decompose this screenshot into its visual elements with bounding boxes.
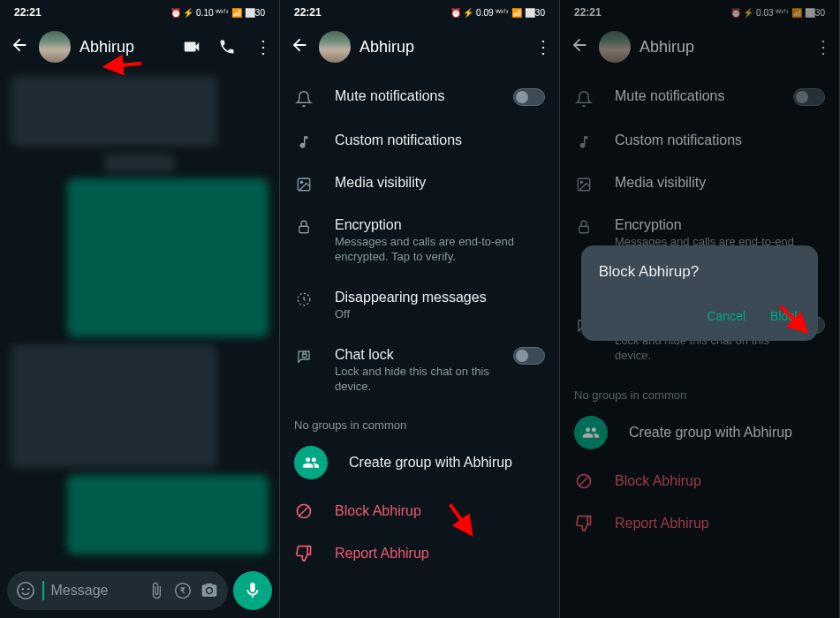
contact-info-screen: 22:21 ⏰ ⚡ 0.09 ᵂᶦᶠᶦ 📶 ⬜30 Abhirup ⋮ Mute… (280, 0, 560, 618)
more-menu-icon[interactable]: ⋮ (253, 37, 272, 57)
rupee-icon[interactable]: ₹ (173, 581, 193, 600)
setting-subtitle: Lock and hide this chat on this device. (335, 365, 492, 395)
message-incoming (11, 76, 217, 147)
mic-button[interactable] (233, 571, 272, 610)
status-indicators: ⏰ ⚡ 0.09 ᵂᶦᶠᶦ 📶 ⬜30 (450, 8, 545, 18)
setting-title: Chat lock (335, 347, 492, 363)
status-indicators: ⏰ ⚡ 0.10 ᵂᶦᶠᶦ 📶 ⬜30 (170, 8, 265, 18)
custom-notifications-row[interactable]: Custom notifications (280, 120, 559, 162)
setting-title: Disappearing messages (335, 290, 545, 305)
action-label: Report Abhirup (335, 546, 429, 561)
svg-rect-9 (299, 226, 309, 233)
svg-point-2 (27, 588, 29, 590)
message-incoming (11, 344, 217, 468)
more-menu-icon[interactable]: ⋮ (533, 37, 552, 57)
setting-title: Media visibility (335, 175, 545, 191)
svg-point-0 (18, 583, 34, 599)
date-separator (104, 154, 175, 173)
setting-subtitle: Messages and calls are end-to-end encryp… (335, 235, 545, 265)
block-confirm-dialog: Block Abhirup? Cancel Block (581, 245, 819, 341)
video-call-icon[interactable] (182, 37, 201, 57)
mute-notifications-row[interactable]: Mute notifications (280, 76, 559, 120)
music-note-icon (294, 134, 314, 150)
contact-name[interactable]: Abhirup (359, 38, 524, 57)
status-bar: 22:21 ⏰ ⚡ 0.10 ᵂᶦᶠᶦ 📶 ⬜30 (0, 0, 279, 25)
camera-icon[interactable] (200, 581, 219, 600)
dialog-title: Block Abhirup? (599, 263, 803, 281)
status-bar: 22:21 ⏰ ⚡ 0.09 ᵂᶦᶠᶦ 📶 ⬜30 (280, 0, 559, 25)
status-time: 22:21 (14, 6, 42, 19)
message-outgoing (67, 178, 269, 337)
media-visibility-row[interactable]: Media visibility (280, 162, 559, 205)
block-icon (294, 502, 314, 520)
svg-line-13 (299, 507, 308, 516)
chat-messages[interactable] (0, 69, 279, 565)
status-time: 22:21 (294, 6, 322, 19)
block-dialog-screen: 22:21 ⏰ ⚡ 0.03 ᵂᶦᶠᶦ 📶 ⬜30 Abhirup ⋮ Mute… (560, 0, 840, 618)
input-placeholder: Message (51, 583, 140, 599)
bell-icon (294, 90, 314, 108)
block-confirm-button[interactable]: Block (768, 304, 802, 328)
settings-list: Mute notifications Custom notifications … (280, 69, 559, 582)
header-actions: ⋮ (182, 37, 272, 57)
svg-rect-11 (303, 354, 307, 358)
cancel-button[interactable]: Cancel (705, 304, 747, 328)
chat-lock-toggle[interactable] (513, 347, 545, 365)
chat-lock-row[interactable]: Chat lock Lock and hide this chat on thi… (280, 335, 559, 407)
setting-title: Custom notifications (335, 132, 545, 148)
chat-lock-icon (294, 349, 314, 365)
message-input-bar: Message ₹ (7, 570, 272, 611)
text-cursor (42, 581, 44, 600)
chat-header: Abhirup ⋮ (0, 25, 279, 69)
report-contact-row[interactable]: Report Abhirup (280, 532, 559, 575)
info-header: Abhirup ⋮ (280, 25, 559, 69)
chat-screen: 22:21 ⏰ ⚡ 0.10 ᵂᶦᶠᶦ 📶 ⬜30 Abhirup ⋮ (0, 0, 280, 618)
dialog-actions: Cancel Block (599, 304, 803, 332)
timer-icon (294, 291, 314, 307)
message-input[interactable]: Message ₹ (7, 571, 228, 610)
action-label: Block Abhirup (335, 503, 421, 519)
svg-point-8 (300, 181, 302, 183)
back-button[interactable] (289, 35, 310, 59)
back-button[interactable] (9, 35, 30, 59)
action-label: Create group with Abhirup (349, 455, 512, 471)
message-outgoing (67, 475, 269, 554)
attach-icon[interactable] (147, 581, 166, 600)
block-contact-row[interactable]: Block Abhirup (280, 490, 559, 532)
mute-toggle[interactable] (513, 88, 545, 106)
voice-call-icon[interactable] (217, 37, 237, 57)
setting-title: Mute notifications (335, 88, 492, 104)
contact-avatar[interactable] (39, 31, 71, 63)
disappearing-messages-row[interactable]: Disappearing messages Off (280, 277, 559, 335)
emoji-icon[interactable] (16, 581, 35, 600)
create-group-row[interactable]: Create group with Abhirup (280, 435, 559, 490)
setting-subtitle: Off (335, 307, 545, 322)
dialog-overlay[interactable]: Block Abhirup? Cancel Block (560, 0, 839, 618)
svg-text:₹: ₹ (180, 586, 185, 595)
encryption-row[interactable]: Encryption Messages and calls are end-to… (280, 205, 559, 277)
setting-title: Encryption (335, 217, 545, 233)
svg-point-1 (22, 588, 24, 590)
contact-avatar[interactable] (319, 31, 351, 63)
thumbs-down-icon (294, 545, 314, 562)
create-group-icon (294, 446, 328, 479)
contact-name[interactable]: Abhirup (79, 38, 173, 57)
image-icon (294, 177, 314, 192)
lock-icon (294, 219, 314, 235)
section-label: No groups in common (280, 406, 559, 435)
